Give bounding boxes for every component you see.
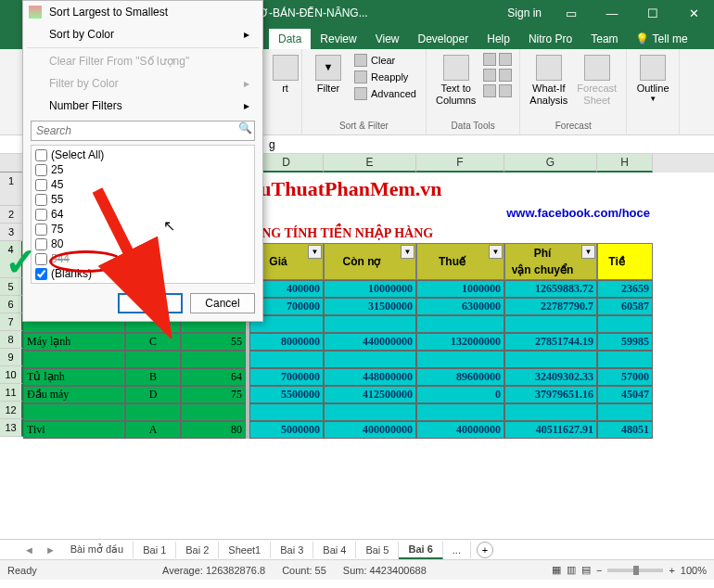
cell[interactable] [416,351,504,368]
cell[interactable]: 5500000 [249,386,324,403]
col-head-h[interactable]: H [597,154,653,173]
row-head-10[interactable]: 10 [0,366,23,384]
cell[interactable] [125,403,181,421]
sort-largest-smallest[interactable]: Sort Largest to Smallest [23,1,262,23]
chk-75[interactable]: 75 [33,222,252,236]
chk-select-all[interactable]: (Select All) [33,147,252,162]
view-layout-icon[interactable]: ▥ [567,564,576,576]
filter-dropdown-icon[interactable]: ▼ [581,245,595,259]
col-head-e[interactable]: E [324,154,416,173]
filter-search[interactable]: 🔍 [31,121,255,141]
cell[interactable]: 440000000 [324,333,416,351]
cell[interactable]: 48051 [597,421,653,439]
cell[interactable]: Đầu máy [23,386,125,403]
link-fb[interactable]: www.facebook.com/hoce [274,206,654,224]
cell[interactable] [504,403,597,421]
cell[interactable] [249,403,324,421]
cell[interactable] [597,403,653,421]
row-head-8[interactable]: 8 [0,331,23,349]
cell[interactable]: B [125,368,181,386]
col-head-g[interactable]: G [504,154,597,173]
cell[interactable] [416,315,504,333]
view-break-icon[interactable]: ▤ [581,564,591,576]
cell[interactable] [324,351,416,368]
sheet-tab[interactable]: Bai 3 [271,542,313,558]
number-filters[interactable]: Number Filters▸ [23,95,262,117]
chk-544[interactable]: 544 [33,251,252,266]
signin-link[interactable]: Sign in [498,6,551,19]
cell[interactable]: Máy lạnh [23,333,125,351]
cell[interactable]: 32409302.33 [504,368,597,386]
cell[interactable]: 6300000 [416,298,504,315]
row-head-3[interactable]: 3 [0,224,23,241]
whatif-button[interactable]: What-If Analysis [528,53,569,109]
reapply-button[interactable]: Reapply [352,70,418,84]
cell[interactable]: 45047 [597,386,653,403]
rt-button[interactable]: rt [267,53,304,96]
cell[interactable]: 80 [181,421,246,439]
cell[interactable] [504,315,597,333]
cell[interactable] [125,351,181,368]
cancel-button[interactable]: Cancel [190,293,255,313]
sheet-tab[interactable]: Bai 4 [313,542,356,558]
cell[interactable]: 60587 [597,298,653,315]
remove-dup-icon[interactable] [483,69,496,82]
sheet-tab-active[interactable]: Bai 6 [399,541,442,559]
tab-nav-prev[interactable]: ◄ [19,544,40,556]
sheet-tab[interactable]: Sheet1 [219,542,271,558]
cell[interactable]: 59985 [597,333,653,351]
search-input[interactable] [32,121,236,140]
filter-button[interactable]: ▼Filter [310,53,347,96]
cell[interactable]: 37979651.16 [504,386,597,403]
cell[interactable]: 23659 [597,280,653,298]
relationships-icon[interactable] [499,69,512,82]
chk-25[interactable]: 25 [33,162,252,177]
cell[interactable]: 132000000 [416,333,504,351]
row-head-13[interactable]: 13 [0,419,23,437]
cell[interactable]: Tivi [23,421,125,439]
cell[interactable]: 412500000 [324,386,416,403]
cell[interactable]: 448000000 [324,368,416,386]
tell-me[interactable]: 💡Tell me [628,29,695,49]
tab-developer[interactable]: Developer [409,29,478,49]
tab-nitro[interactable]: Nitro Pro [519,29,581,49]
forecast-sheet-button[interactable]: Forecast Sheet [575,53,618,109]
cell[interactable]: D [125,386,181,403]
cell[interactable]: 89600000 [416,368,504,386]
cell[interactable] [416,403,504,421]
chk-55[interactable]: 55 [33,192,252,207]
cell[interactable] [23,403,125,421]
cell[interactable]: 10000000 [324,280,416,298]
tab-nav-next[interactable]: ► [40,544,61,556]
cell[interactable] [23,351,125,368]
manage-model-icon[interactable] [499,84,512,97]
cell[interactable]: A [125,421,181,439]
row-head-2[interactable]: 2 [0,206,23,224]
tab-data[interactable]: Data [269,29,311,49]
cell[interactable]: 5000000 [249,421,324,439]
zoom-out-button[interactable]: − [596,565,602,576]
cell[interactable]: 12659883.72 [504,280,597,298]
cell[interactable]: 8000000 [249,333,324,351]
sheet-tab[interactable]: Bai 2 [176,542,219,558]
cell[interactable]: 55 [181,333,246,351]
zoom-in-button[interactable]: + [669,565,674,576]
cell[interactable]: 75 [181,386,246,403]
row-head-5[interactable]: 5 [0,278,23,296]
cell[interactable]: 40000000 [416,421,504,439]
cell[interactable] [324,315,416,333]
outline-button[interactable]: Outline▼ [634,53,671,106]
consolidate-icon[interactable] [499,53,512,66]
chk-45[interactable]: 45 [33,177,252,192]
tab-view[interactable]: View [366,29,409,49]
tab-review[interactable]: Review [311,29,365,49]
row-head-9[interactable]: 9 [0,349,23,366]
sheet-tab[interactable]: Bài mở đầu [61,541,134,558]
cell[interactable]: C [125,333,181,351]
filter-dropdown-icon[interactable]: ▼ [308,245,322,259]
cell[interactable]: 40511627.91 [504,421,597,439]
col-head-f[interactable]: F [416,154,504,173]
tab-team[interactable]: Team [581,29,627,49]
filter-dropdown-icon[interactable]: ▼ [489,245,503,259]
cell[interactable]: 7000000 [249,368,324,386]
